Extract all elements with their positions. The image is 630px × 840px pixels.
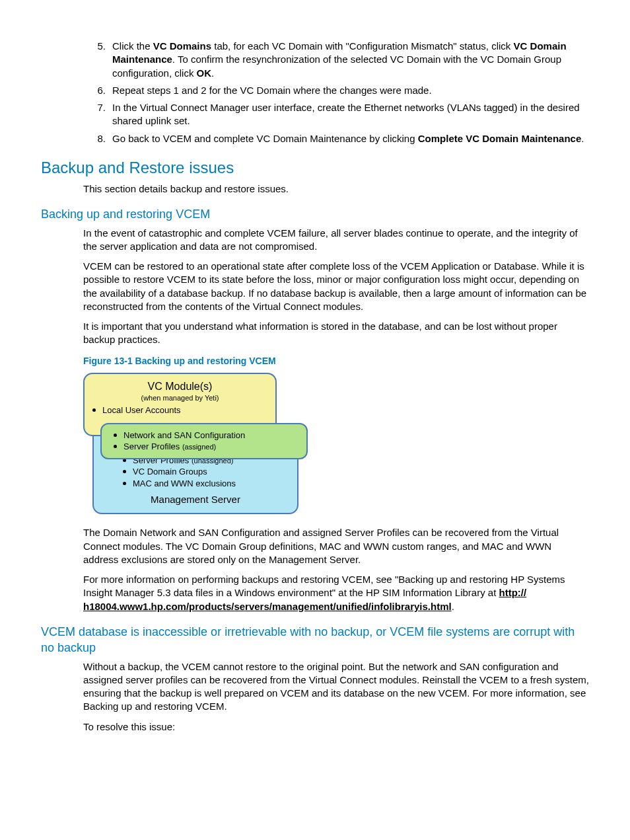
- list-item-8: 8. Go back to VCEM and complete VC Domai…: [87, 132, 589, 145]
- list-number: 8.: [87, 132, 106, 145]
- list-number: 7.: [87, 101, 106, 128]
- diagram-bullet: VC Domain Groups: [123, 466, 289, 478]
- list-item-5: 5. Click the VC Domains tab, for each VC…: [87, 40, 589, 80]
- diagram-subtitle: (when managed by Yeti): [92, 393, 267, 403]
- cross-reference-link[interactable]: Backing up and restoring VCEM: [83, 701, 224, 712]
- bullet-icon: [123, 482, 126, 485]
- bold: Complete VC Domain Maintenance: [418, 133, 582, 144]
- list-body: In the Virtual Connect Manager user inte…: [112, 101, 589, 128]
- bullet-icon: [114, 445, 117, 448]
- bullet-icon: [114, 434, 117, 437]
- text: .: [581, 133, 584, 144]
- section-heading-backup-restore: Backup and Restore issues: [41, 157, 589, 178]
- text: .: [452, 601, 454, 612]
- bold: OK: [197, 67, 212, 79]
- figure-diagram: VC Module(s) (when managed by Yeti) Loca…: [83, 373, 295, 515]
- list-number: 6.: [87, 84, 106, 97]
- diagram-bullet: Network and SAN Configuration: [114, 430, 298, 441]
- after-figure-body: The Domain Network and SAN Configuration…: [83, 526, 589, 613]
- paragraph: In the event of catastrophic and complet…: [83, 227, 589, 254]
- text: . To confirm the resynchronization of th…: [112, 54, 561, 78]
- paragraph: Without a backup, the VCEM cannot restor…: [83, 660, 589, 714]
- text: Without a backup, the VCEM cannot restor…: [83, 661, 589, 699]
- text: Click the: [112, 40, 153, 52]
- subsection-body: Without a backup, the VCEM cannot restor…: [83, 660, 589, 734]
- paragraph: VCEM can be restored to an operational s…: [83, 260, 589, 313]
- text: Go back to VCEM and complete VC Domain M…: [112, 133, 418, 144]
- list-body: Repeat steps 1 and 2 for the VC Domain w…: [112, 84, 589, 97]
- figure-caption: Figure 13-1 Backing up and restoring VCE…: [83, 355, 589, 367]
- list-body: Click the VC Domains tab, for each VC Do…: [112, 40, 589, 80]
- external-link[interactable]: http://: [499, 587, 527, 598]
- paragraph: To resolve this issue:: [83, 720, 589, 734]
- paragraph: The Domain Network and SAN Configuration…: [83, 526, 589, 566]
- text: tab, for each VC Domain with "Configurat…: [211, 40, 514, 52]
- list-item-7: 7. In the Virtual Connect Manager user i…: [87, 101, 589, 128]
- external-link[interactable]: h18004.www1.hp.com/products/servers/mana…: [83, 601, 452, 612]
- subsection-heading-backing-up: Backing up and restoring VCEM: [41, 206, 589, 222]
- diagram-title: VC Module(s): [92, 379, 267, 394]
- diagram-box-overlap: Network and SAN Configuration Server Pro…: [100, 423, 308, 459]
- diagram-title: Management Server: [102, 493, 289, 506]
- text: .: [224, 701, 227, 712]
- subsection-body: In the event of catastrophic and complet…: [83, 227, 589, 347]
- list-item-6: 6. Repeat steps 1 and 2 for the VC Domai…: [87, 84, 589, 97]
- paragraph: For more information on performing backu…: [83, 573, 589, 613]
- text: .: [211, 67, 214, 79]
- subsection-heading-db-inaccessible: VCEM database is inaccessible or irretri…: [41, 624, 589, 656]
- text: Server Profiles: [123, 441, 182, 451]
- text: Network and SAN Configuration: [123, 430, 245, 441]
- diagram-bullet: Local User Accounts: [92, 404, 267, 416]
- section-intro: This section details backup and restore …: [83, 182, 589, 196]
- diagram-bullet: MAC and WWN exclusions: [123, 478, 289, 490]
- list-number: 5.: [87, 40, 106, 80]
- paragraph: It is important that you understand what…: [83, 320, 589, 347]
- numbered-list: 5. Click the VC Domains tab, for each VC…: [87, 40, 589, 145]
- text: For more information on performing backu…: [83, 574, 565, 598]
- bold: VC Domains: [153, 40, 211, 52]
- bullet-icon: [123, 470, 126, 473]
- diagram-bullet: Server Profiles (assigned): [114, 441, 298, 453]
- bullet-icon: [92, 408, 96, 412]
- text: MAC and WWN exclusions: [133, 478, 236, 490]
- text: VC Domain Groups: [133, 466, 207, 478]
- list-body: Go back to VCEM and complete VC Domain M…: [112, 132, 589, 145]
- text: Local User Accounts: [102, 404, 181, 416]
- text-small: (assigned): [182, 443, 216, 451]
